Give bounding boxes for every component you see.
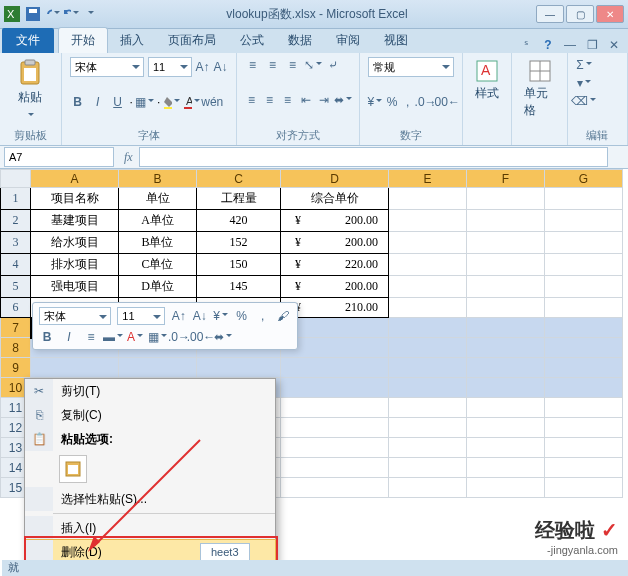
mini-font-color-icon[interactable]: A <box>127 329 143 345</box>
row-header[interactable]: 9 <box>1 358 31 378</box>
currency-icon[interactable]: ¥ <box>368 94 383 110</box>
select-all-corner[interactable] <box>1 170 31 188</box>
col-header[interactable]: F <box>467 170 545 188</box>
cell[interactable]: C单位 <box>119 254 197 276</box>
font-name-select[interactable]: 宋体 <box>70 57 144 77</box>
cell[interactable] <box>545 438 623 458</box>
increase-font-icon[interactable]: A↑ <box>196 59 210 75</box>
ctx-cut[interactable]: ✂ 剪切(T) <box>25 379 275 403</box>
ribbon-minimize-icon[interactable]: ˢ <box>518 37 534 53</box>
row-header[interactable]: 2 <box>1 210 31 232</box>
mini-fill-color-icon[interactable]: ▬ <box>105 329 121 345</box>
tab-file[interactable]: 文件 <box>2 28 54 53</box>
cell[interactable] <box>467 378 545 398</box>
close-button[interactable]: ✕ <box>596 5 624 23</box>
cell[interactable]: 强电项目 <box>31 276 119 298</box>
cell[interactable] <box>467 438 545 458</box>
ctx-paste-special[interactable]: 选择性粘贴(S)... <box>25 487 275 511</box>
mini-toolbar[interactable]: 宋体 11 A↑ A↓ ¥ % , 🖌 B I ≡ ▬ A ▦ .0→ .00←… <box>32 302 298 350</box>
cell[interactable] <box>281 378 389 398</box>
underline-icon[interactable]: U <box>110 94 126 110</box>
cell[interactable]: 200.00 <box>281 210 389 232</box>
fill-icon[interactable]: ▾ <box>576 75 592 91</box>
formula-input[interactable] <box>139 147 608 167</box>
cell[interactable] <box>545 398 623 418</box>
col-header[interactable]: D <box>281 170 389 188</box>
redo-icon[interactable] <box>63 6 79 22</box>
decrease-indent-icon[interactable]: ⇤ <box>299 92 313 108</box>
border-icon[interactable]: ▦ <box>137 94 153 110</box>
ctx-copy[interactable]: ⎘ 复制(C) <box>25 403 275 427</box>
name-box[interactable]: A7 <box>4 147 114 167</box>
cell[interactable] <box>389 438 467 458</box>
autosum-icon[interactable]: Σ <box>576 57 592 73</box>
mini-bold-icon[interactable]: B <box>39 329 55 345</box>
comma-icon[interactable]: , <box>402 94 414 110</box>
row-header[interactable]: 7 <box>1 318 31 338</box>
cell[interactable] <box>545 338 623 358</box>
cell[interactable]: 200.00 <box>281 276 389 298</box>
cell[interactable] <box>545 276 623 298</box>
tab-insert[interactable]: 插入 <box>108 28 156 53</box>
mini-increase-decimal-icon[interactable]: .0→ <box>171 329 187 345</box>
cell[interactable] <box>467 188 545 210</box>
cell[interactable] <box>545 418 623 438</box>
cell[interactable]: 152 <box>197 232 281 254</box>
cell[interactable] <box>467 478 545 498</box>
cell[interactable] <box>389 398 467 418</box>
cell[interactable] <box>389 232 467 254</box>
cell[interactable] <box>545 358 623 378</box>
mini-currency-icon[interactable]: ¥ <box>213 308 228 324</box>
cell[interactable] <box>467 276 545 298</box>
merge-center-icon[interactable]: ⬌ <box>335 92 351 108</box>
cell[interactable]: 给水项目 <box>31 232 119 254</box>
cell[interactable] <box>467 398 545 418</box>
cell[interactable]: 单位 <box>119 188 197 210</box>
sheet-tab[interactable]: heet3 <box>200 543 250 560</box>
mini-align-center-icon[interactable]: ≡ <box>83 329 99 345</box>
align-left-icon[interactable]: ≡ <box>245 92 259 108</box>
col-header[interactable]: B <box>119 170 197 188</box>
row-header[interactable]: 6 <box>1 298 31 318</box>
cell[interactable] <box>389 378 467 398</box>
align-middle-icon[interactable]: ≡ <box>265 57 281 73</box>
cell[interactable] <box>467 210 545 232</box>
cell[interactable]: 220.00 <box>281 254 389 276</box>
cell[interactable] <box>389 210 467 232</box>
row-header[interactable]: 4 <box>1 254 31 276</box>
col-header[interactable]: A <box>31 170 119 188</box>
cell[interactable] <box>545 298 623 318</box>
paste-button[interactable]: 粘贴 <box>8 57 53 124</box>
cell[interactable] <box>31 358 119 378</box>
fill-color-icon[interactable] <box>164 94 180 110</box>
paste-dropdown-icon[interactable] <box>26 108 34 122</box>
mini-font-name[interactable]: 宋体 <box>39 307 111 325</box>
row-header[interactable]: 5 <box>1 276 31 298</box>
col-header[interactable]: G <box>545 170 623 188</box>
cell[interactable] <box>545 378 623 398</box>
mini-percent-icon[interactable]: % <box>234 308 249 324</box>
align-center-icon[interactable]: ≡ <box>263 92 277 108</box>
italic-icon[interactable]: I <box>90 94 106 110</box>
mdi-close-icon[interactable]: ✕ <box>606 37 622 53</box>
mini-italic-icon[interactable]: I <box>61 329 77 345</box>
mini-merge-icon[interactable]: ⬌ <box>215 329 231 345</box>
cell[interactable]: 150 <box>197 254 281 276</box>
decrease-decimal-icon[interactable]: .00← <box>438 94 454 110</box>
cell[interactable] <box>281 418 389 438</box>
cell[interactable]: A单位 <box>119 210 197 232</box>
mini-border-icon[interactable]: ▦ <box>149 329 165 345</box>
cell[interactable] <box>467 318 545 338</box>
cell[interactable] <box>389 188 467 210</box>
col-header[interactable]: C <box>197 170 281 188</box>
cell[interactable] <box>545 232 623 254</box>
cell[interactable] <box>545 210 623 232</box>
cell[interactable] <box>467 418 545 438</box>
cell[interactable] <box>545 254 623 276</box>
cell[interactable] <box>281 458 389 478</box>
cell[interactable] <box>389 318 467 338</box>
row-header[interactable]: 8 <box>1 338 31 358</box>
tab-data[interactable]: 数据 <box>276 28 324 53</box>
cell[interactable] <box>467 254 545 276</box>
cell[interactable]: 排水项目 <box>31 254 119 276</box>
